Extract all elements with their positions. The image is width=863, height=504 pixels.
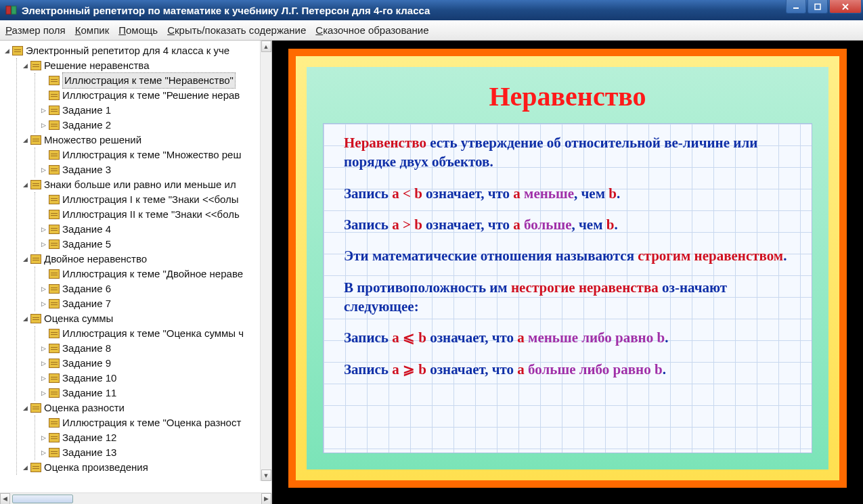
collapse-icon[interactable]: ◢ <box>21 463 29 472</box>
book-icon <box>49 373 60 383</box>
tree-label: Задание 3 <box>62 162 111 177</box>
tree-label: Решение неравенства <box>44 58 150 73</box>
paragraph: Запись a ⩾ b означает, что a больше либо… <box>344 360 791 379</box>
tree-group[interactable]: ◢Решение неравенства <box>21 58 271 73</box>
app-window: Электронный репетитор по математике к уч… <box>0 0 863 504</box>
tree-item[interactable]: ▷Задание 11 <box>39 386 271 400</box>
scroll-left-button[interactable]: ◀ <box>0 493 10 505</box>
tree-item[interactable]: ▷Задание 9 <box>39 356 271 371</box>
tree-label: Двойное неравенство <box>44 252 147 267</box>
scroll-right-button[interactable]: ▶ <box>261 493 271 505</box>
tree-group[interactable]: ◢Оценка разности <box>21 400 271 415</box>
horizontal-scrollbar[interactable]: ◀ ▶ <box>0 492 271 504</box>
minimize-button[interactable] <box>786 0 806 14</box>
tree-label: Оценка разности <box>44 400 125 415</box>
tree-item[interactable]: ▷Задание 13 <box>39 445 271 460</box>
collapse-icon[interactable]: ◢ <box>21 315 29 323</box>
tree-item[interactable]: ▷Задание 2 <box>39 118 271 133</box>
collapse-icon[interactable]: ◢ <box>21 62 29 70</box>
paragraph: Неравенство есть утверждение об относите… <box>344 133 791 172</box>
vertical-scrollbar[interactable]: ▲ ▼ <box>260 41 271 481</box>
expand-icon[interactable]: ▷ <box>39 389 47 397</box>
tree-item[interactable]: Иллюстрация к теме "Множество реш <box>39 147 271 162</box>
menu-fairy-education[interactable]: Сказочное образованиеСказочное образован… <box>315 24 428 36</box>
tree-group[interactable]: ◢Оценка суммы <box>21 311 271 326</box>
expand-icon[interactable]: ▷ <box>39 300 47 308</box>
tree-item[interactable]: ▷Задание 6 <box>39 281 271 296</box>
tree-label: Задание 10 <box>62 371 116 386</box>
collapse-icon[interactable]: ◢ <box>21 404 29 412</box>
book-icon <box>49 329 60 338</box>
contents-tree[interactable]: ◢ Электронный репетитор для 4 класса к у… <box>0 41 271 492</box>
expand-icon[interactable]: ▷ <box>39 121 47 129</box>
tree-item-selected[interactable]: Иллюстрация к теме "Неравенство" <box>39 73 271 88</box>
scroll-down-button[interactable]: ▼ <box>261 469 271 481</box>
maximize-button[interactable] <box>807 0 828 14</box>
menu-help[interactable]: ПомощьПомощь <box>118 24 158 36</box>
tree-label: Оценка произведения <box>44 460 148 475</box>
tree-label: Задание 7 <box>62 296 111 311</box>
tree-group[interactable]: ◢Знаки больше или равно или меньше ил <box>21 177 271 192</box>
tree-label: Иллюстрация к теме "Двойное нераве <box>62 267 243 281</box>
svg-rect-3 <box>815 4 820 9</box>
collapse-icon[interactable]: ◢ <box>3 47 11 55</box>
book-icon <box>49 344 60 353</box>
close-button[interactable] <box>829 0 862 14</box>
tree-label: Задание 13 <box>62 445 116 460</box>
tree-item[interactable]: ▷Задание 10 <box>39 371 271 386</box>
expand-icon[interactable]: ▷ <box>39 374 47 382</box>
book-icon <box>12 46 23 55</box>
collapse-icon[interactable]: ◢ <box>21 255 29 263</box>
tree-label: Иллюстрация к теме "Оценка разност <box>62 415 241 430</box>
tree-item[interactable]: Иллюстрация к теме "Оценка разност <box>39 415 271 430</box>
expand-icon[interactable]: ▷ <box>39 285 47 293</box>
collapse-icon[interactable]: ◢ <box>21 136 29 144</box>
sidebar: ◢ Электронный репетитор для 4 класса к у… <box>0 41 272 504</box>
tree-item[interactable]: ▷Задание 1 <box>39 103 271 118</box>
menu-kompik[interactable]: КомпикКомпик <box>75 24 109 36</box>
book-icon <box>30 254 41 264</box>
book-icon <box>30 135 41 145</box>
tree-item[interactable]: ▷Задание 3 <box>39 162 271 177</box>
expand-icon[interactable]: ▷ <box>39 225 47 233</box>
expand-icon[interactable]: ▷ <box>39 434 47 442</box>
tree-item[interactable]: ▷Задание 4 <box>39 222 271 237</box>
book-icon <box>49 284 60 294</box>
tree-group[interactable]: ◢Двойное неравенство <box>21 252 271 267</box>
collapse-icon[interactable]: ◢ <box>21 181 29 189</box>
tree-label: Множество решений <box>44 133 141 147</box>
expand-icon[interactable]: ▷ <box>39 106 47 114</box>
svg-rect-1 <box>12 6 16 14</box>
tree-item[interactable]: ▷Задание 7 <box>39 296 271 311</box>
tree-item[interactable]: ▷Задание 12 <box>39 430 271 445</box>
book-icon <box>49 299 60 308</box>
lesson-card: Неравенство есть утверждение об относите… <box>323 123 812 453</box>
tree-item[interactable]: Иллюстрация I к теме "Знаки <<болы <box>39 192 271 207</box>
scroll-thumb[interactable] <box>12 495 73 503</box>
book-icon <box>49 359 60 368</box>
tree-root[interactable]: ◢ Электронный репетитор для 4 класса к у… <box>3 43 271 58</box>
titlebar[interactable]: Электронный репетитор по математике к уч… <box>0 0 863 20</box>
tree-item[interactable]: Иллюстрация к теме "Оценка суммы ч <box>39 326 271 341</box>
tree-group[interactable]: ◢Множество решений <box>21 133 271 147</box>
scroll-up-button[interactable]: ▲ <box>261 41 271 52</box>
tree-item[interactable]: Иллюстрация к теме "Двойное нераве <box>39 267 271 281</box>
menu-field-size[interactable]: РРазмер поляазмер поля <box>5 24 66 36</box>
expand-icon[interactable]: ▷ <box>39 359 47 367</box>
menu-toggle-contents[interactable]: Скрыть/показать содержаниеСкрыть/показат… <box>167 24 306 36</box>
expand-icon[interactable]: ▷ <box>39 449 47 457</box>
tree-item[interactable]: Иллюстрация II к теме "Знаки <<боль <box>39 207 271 222</box>
tree-label: Электронный репетитор для 4 класса к уче <box>26 43 229 58</box>
window-controls <box>786 0 862 14</box>
tree-label: Иллюстрация II к теме "Знаки <<боль <box>62 207 240 222</box>
tree-item[interactable]: ▷Задание 8 <box>39 341 271 356</box>
tree-group[interactable]: ◢Оценка произведения <box>21 460 271 475</box>
expand-icon[interactable]: ▷ <box>39 166 47 174</box>
expand-icon[interactable]: ▷ <box>39 344 47 352</box>
tree-item[interactable]: ▷Задание 5 <box>39 237 271 252</box>
tree-item[interactable]: Иллюстрация к теме "Решение нерав <box>39 88 271 103</box>
book-icon <box>49 106 60 115</box>
book-icon <box>49 210 60 219</box>
expand-icon[interactable]: ▷ <box>39 240 47 248</box>
book-icon <box>30 180 41 189</box>
